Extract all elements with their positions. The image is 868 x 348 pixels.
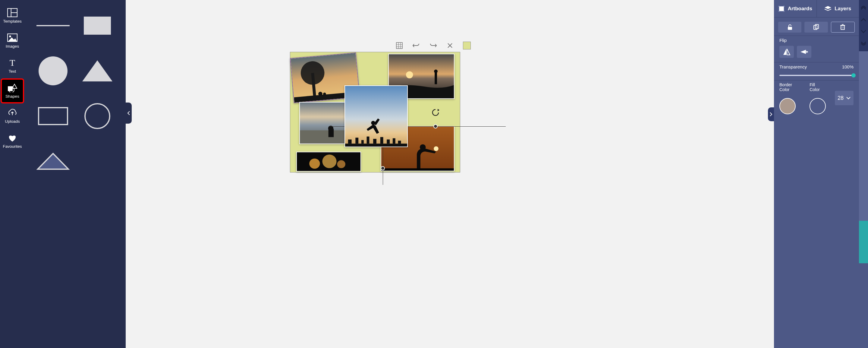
svg-point-4	[9, 36, 11, 37]
photo-pier[interactable]	[299, 102, 349, 144]
shape-triangle-outline[interactable]	[32, 145, 74, 178]
svg-rect-46	[345, 86, 407, 147]
double-chevron-down-icon[interactable]	[860, 41, 867, 46]
selection-handle-right[interactable]	[433, 124, 438, 128]
photo-skyline[interactable]	[344, 85, 408, 147]
tab-artboards[interactable]: Artboards	[774, 0, 816, 17]
flip-label: Flip	[779, 38, 854, 43]
palette-swatch-3[interactable]	[859, 136, 868, 178]
svg-rect-41	[381, 168, 454, 171]
svg-rect-35	[300, 130, 348, 144]
flip-v-icon	[800, 49, 808, 55]
text-icon: T	[7, 58, 18, 67]
expand-right-panel-handle[interactable]	[768, 107, 774, 121]
svg-marker-13	[82, 60, 113, 81]
tool-images[interactable]: Images	[2, 30, 23, 52]
collapse-panel-handle[interactable]	[126, 103, 132, 124]
copy-button[interactable]	[804, 22, 828, 33]
artboard[interactable]	[290, 52, 460, 173]
palette-swatch-6[interactable]	[859, 263, 868, 306]
canvas-area[interactable]	[126, 0, 774, 348]
fill-color-swatch[interactable]	[809, 98, 826, 114]
shape-line[interactable]	[32, 9, 74, 42]
svg-rect-37	[329, 129, 334, 137]
copy-icon	[813, 24, 819, 30]
grid-button[interactable]	[396, 41, 403, 50]
delete-button[interactable]	[831, 22, 855, 33]
palette-swatch-4[interactable]	[859, 178, 868, 221]
tool-templates-label: Templates	[3, 19, 22, 24]
close-button[interactable]	[446, 41, 454, 50]
shape-circle-filled[interactable]	[32, 54, 74, 87]
svg-marker-65	[801, 50, 806, 54]
double-chevron-up-icon[interactable]	[860, 6, 867, 10]
stroke-width-dropdown[interactable]: 28	[835, 91, 854, 105]
svg-point-40	[420, 144, 426, 150]
svg-marker-48	[438, 109, 439, 111]
tool-templates[interactable]: Templates	[2, 4, 23, 27]
transparency-slider[interactable]	[779, 75, 854, 76]
shape-rectangle-outline[interactable]	[32, 99, 74, 133]
palette-swatch-5[interactable]	[859, 221, 868, 263]
selection-handle-bottom[interactable]	[381, 166, 385, 170]
palette-swatch-2[interactable]	[859, 94, 868, 136]
chevron-left-icon	[127, 111, 130, 116]
flip-vertical-button[interactable]	[797, 46, 811, 58]
images-icon	[7, 33, 18, 42]
flip-h-icon	[783, 48, 790, 56]
photo-fire[interactable]	[296, 152, 361, 172]
undo-button[interactable]	[412, 41, 420, 50]
shapes-icon	[7, 83, 18, 92]
shapes-panel	[25, 0, 126, 348]
svg-marker-67	[807, 51, 808, 53]
rotate-icon	[431, 108, 440, 117]
svg-rect-11	[84, 17, 111, 35]
chevron-right-icon	[770, 112, 772, 117]
shape-rectangle-filled[interactable]	[76, 9, 119, 42]
shape-triangle-filled[interactable]	[76, 54, 119, 87]
palette-swatch-1[interactable]	[859, 51, 868, 94]
svg-rect-17	[396, 42, 402, 49]
tab-layers[interactable]: Layers	[816, 0, 859, 17]
uploads-icon	[7, 108, 18, 117]
svg-marker-16	[38, 153, 68, 169]
svg-marker-64	[787, 49, 790, 55]
svg-point-33	[434, 70, 438, 73]
templates-icon	[7, 8, 18, 17]
tool-rail: Templates Images T Text Shapes Uploads F…	[0, 0, 25, 348]
canvas-toolbar	[396, 41, 471, 50]
svg-rect-32	[435, 72, 437, 84]
border-color-label: Border Color	[779, 82, 801, 92]
tool-shapes[interactable]: Shapes	[2, 80, 23, 102]
rotate-handle[interactable]	[430, 107, 441, 118]
chevron-down-icon-rail[interactable]	[860, 30, 867, 33]
svg-point-12	[38, 56, 67, 85]
tool-shapes-label: Shapes	[5, 94, 19, 98]
lock-button[interactable]	[778, 22, 801, 33]
tool-uploads[interactable]: Uploads	[2, 105, 23, 127]
palette-swatch-7[interactable]	[859, 306, 868, 348]
flip-horizontal-button[interactable]	[779, 46, 794, 58]
svg-point-39	[434, 146, 438, 151]
unlock-icon	[787, 24, 793, 30]
tool-text[interactable]: T Text	[2, 55, 23, 77]
canvas-bg-swatch[interactable]	[463, 41, 471, 50]
chevron-up-icon[interactable]	[860, 18, 867, 22]
svg-rect-14	[38, 108, 67, 124]
svg-marker-5	[8, 37, 17, 41]
tool-favourites[interactable]: Favourites	[2, 130, 23, 152]
shape-circle-outline[interactable]	[76, 99, 119, 133]
fill-color-label: Fill Color	[809, 82, 826, 92]
redo-button[interactable]	[429, 41, 437, 50]
svg-marker-54	[825, 6, 831, 9]
tool-uploads-label: Uploads	[5, 119, 20, 124]
transparency-slider-thumb[interactable]	[851, 73, 856, 78]
transparency-value: 100%	[842, 64, 854, 69]
artboard-icon	[778, 5, 785, 12]
tool-images-label: Images	[6, 44, 19, 49]
tab-artboards-label: Artboards	[788, 6, 812, 12]
tab-layers-label: Layers	[835, 6, 851, 12]
svg-point-43	[309, 158, 320, 169]
border-color-swatch[interactable]	[779, 98, 796, 114]
palette-rail	[859, 0, 868, 348]
